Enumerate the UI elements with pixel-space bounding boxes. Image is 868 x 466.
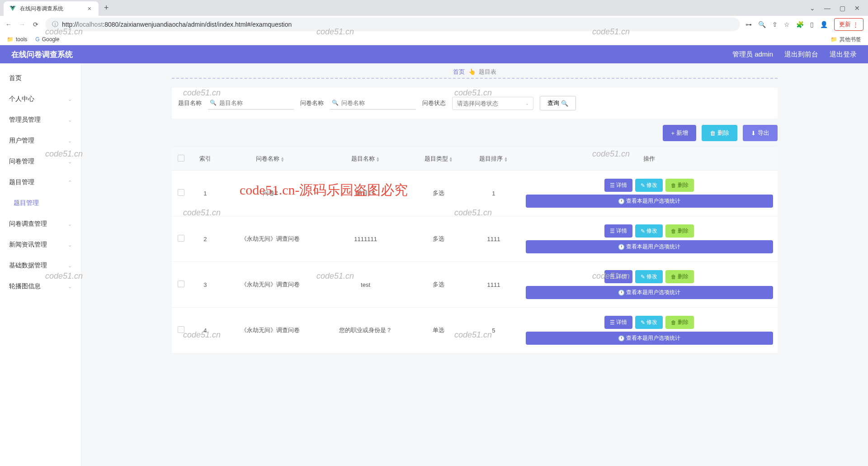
nav-right: ⊶ 🔍 ⇧ ☆ 🧩 ▯ 👤 更新 ⋮	[745, 18, 863, 31]
cell-index: 4	[190, 308, 221, 353]
query-button[interactable]: 查询 🔍	[540, 96, 576, 110]
row-delete-button[interactable]: 🗑 删除	[665, 270, 694, 283]
stat-button[interactable]: 🕐 查看本题用户选项统计	[526, 240, 773, 253]
sidebar: 首页 个人中心⌄ 管理员管理⌄ 用户管理⌄ 问卷管理⌄ 题目管理⌃ 题目管理 问…	[0, 63, 81, 466]
clock-icon: 🕐	[618, 335, 625, 342]
edit-button[interactable]: ✎ 修改	[635, 270, 663, 283]
sidebar-item-news[interactable]: 新闻资讯管理⌄	[0, 234, 81, 255]
admin-label[interactable]: 管理员 admin	[732, 50, 773, 59]
detail-button[interactable]: ☰ 详情	[604, 270, 632, 283]
extensions-icon[interactable]: 🧩	[796, 21, 804, 28]
edit-icon: ✎	[641, 182, 645, 189]
back-to-front-link[interactable]: 退出到前台	[784, 50, 818, 59]
download-icon: ⬇	[751, 130, 756, 137]
table-row: 1 问卷2 题目11 多选 1 ☰ 详情 ✎ 修改 🗑 删除 🕐 查看本题用户选…	[172, 171, 778, 216]
tab-bar: 在线问卷调查系统 × + ⌄ — ▢ ✕	[0, 0, 868, 16]
sidebar-item-admin[interactable]: 管理员管理⌄	[0, 109, 81, 130]
forward-icon[interactable]: →	[18, 21, 26, 28]
close-icon[interactable]: ×	[86, 5, 93, 12]
stat-button[interactable]: 🕐 查看本题用户选项统计	[526, 286, 773, 299]
detail-button[interactable]: ☰ 详情	[604, 316, 632, 329]
zoom-icon[interactable]: 🔍	[758, 21, 766, 28]
col-qtype[interactable]: 题目类型▲▼	[411, 147, 466, 171]
breadcrumb-current: 题目表	[479, 68, 496, 75]
sidebar-item-basedata[interactable]: 基础数据管理⌄	[0, 255, 81, 276]
sidebar-item-user[interactable]: 用户管理⌄	[0, 130, 81, 151]
delete-button[interactable]: 🗑删除	[702, 125, 737, 141]
row-delete-button[interactable]: 🗑 删除	[665, 316, 694, 329]
select-all-checkbox[interactable]	[178, 155, 184, 162]
panel-icon[interactable]: ▯	[810, 21, 814, 28]
bookmark-icon[interactable]: ☆	[784, 21, 790, 28]
maximize-icon[interactable]: ▢	[840, 5, 845, 12]
window-controls: ⌄ — ▢ ✕	[810, 5, 864, 12]
url-bar[interactable]: ⓘ http://localhost:8080/zaixianwenjuandi…	[45, 18, 740, 31]
window-close-icon[interactable]: ✕	[854, 5, 860, 12]
stat-button[interactable]: 🕐 查看本题用户选项统计	[526, 195, 773, 208]
col-qname[interactable]: 题目名称▲▼	[320, 147, 411, 171]
edit-button[interactable]: ✎ 修改	[635, 224, 663, 238]
divider	[172, 78, 778, 79]
row-checkbox[interactable]	[178, 189, 184, 196]
filter-bar: 题目名称 🔍 问卷名称 🔍 问卷状态 ⌄ 查询 🔍	[172, 88, 778, 119]
filter-sname-input[interactable]	[330, 97, 416, 109]
row-checkbox[interactable]	[178, 326, 184, 333]
profile-icon[interactable]: 👤	[820, 21, 828, 28]
filter-qname-input[interactable]	[208, 97, 294, 109]
header-right: 管理员 admin 退出到前台 退出登录	[732, 50, 857, 59]
cell-ops: ☰ 详情 ✎ 修改 🗑 删除 🕐 查看本题用户选项统计	[521, 171, 778, 216]
edit-button[interactable]: ✎ 修改	[635, 179, 663, 192]
row-checkbox[interactable]	[178, 235, 184, 242]
edit-button[interactable]: ✎ 修改	[635, 316, 663, 329]
new-tab-button[interactable]: +	[104, 3, 109, 13]
sidebar-subitem-question[interactable]: 题目管理	[0, 193, 81, 214]
breadcrumb-home[interactable]: 首页	[453, 68, 465, 75]
sidebar-item-survey[interactable]: 问卷管理⌄	[0, 151, 81, 172]
hand-icon: 👆	[468, 68, 476, 75]
detail-button[interactable]: ☰ 详情	[604, 179, 632, 192]
table-row: 4 《永劫无间》调查问卷 您的职业或身份是？ 单选 5 ☰ 详情 ✎ 修改 🗑 …	[172, 308, 778, 353]
cell-qorder: 1111	[466, 262, 521, 308]
filter-status-label: 问卷状态	[422, 99, 446, 107]
sidebar-item-survey-mgmt[interactable]: 问卷调查管理⌄	[0, 214, 81, 234]
list-icon: ☰	[610, 228, 615, 234]
back-icon[interactable]: ←	[5, 21, 13, 28]
col-qorder[interactable]: 题目排序▲▼	[466, 147, 521, 171]
detail-button[interactable]: ☰ 详情	[604, 224, 632, 238]
cell-survey: 《永劫无间》调查问卷	[221, 262, 320, 308]
list-icon: ☰	[610, 319, 615, 326]
filter-status-select[interactable]	[452, 97, 533, 110]
bookmark-tools[interactable]: 📁tools	[7, 36, 27, 43]
row-delete-button[interactable]: 🗑 删除	[665, 224, 694, 238]
sidebar-item-personal[interactable]: 个人中心⌄	[0, 89, 81, 109]
cell-survey: 《永劫无间》调查问卷	[221, 308, 320, 353]
bookmark-google[interactable]: GGoogle	[35, 36, 59, 43]
chevron-down-icon: ⌄	[68, 242, 72, 248]
add-button[interactable]: +新增	[663, 125, 696, 141]
bookmark-other[interactable]: 📁其他书签	[830, 36, 861, 43]
row-delete-button[interactable]: 🗑 删除	[665, 179, 694, 192]
edit-icon: ✎	[641, 274, 645, 280]
col-survey[interactable]: 问卷名称▲▼	[221, 147, 320, 171]
reload-icon[interactable]: ⟳	[32, 21, 40, 28]
cell-qorder: 1	[466, 171, 521, 216]
sidebar-item-carousel[interactable]: 轮播图信息⌄	[0, 276, 81, 297]
col-index: 索引	[190, 147, 221, 171]
edit-icon: ✎	[641, 228, 645, 234]
sidebar-item-home[interactable]: 首页	[0, 68, 81, 89]
stat-button[interactable]: 🕐 查看本题用户选项统计	[526, 332, 773, 345]
logout-link[interactable]: 退出登录	[830, 50, 857, 59]
action-bar: +新增 🗑删除 ⬇导出	[172, 125, 778, 141]
sidebar-item-question[interactable]: 题目管理⌃	[0, 172, 81, 193]
cell-survey: 《永劫无间》调查问卷	[221, 216, 320, 262]
password-icon[interactable]: ⊶	[745, 21, 752, 28]
minimize-icon[interactable]: —	[824, 5, 830, 12]
cell-qtype: 多选	[411, 171, 466, 216]
export-button[interactable]: ⬇导出	[743, 125, 778, 141]
browser-tab[interactable]: 在线问卷调查系统 ×	[4, 1, 99, 16]
share-icon[interactable]: ⇧	[772, 21, 778, 28]
row-checkbox[interactable]	[178, 281, 184, 287]
update-button[interactable]: 更新 ⋮	[834, 18, 863, 31]
breadcrumb: 首页 👆 题目表	[81, 63, 868, 81]
chevron-down-icon[interactable]: ⌄	[810, 5, 815, 12]
